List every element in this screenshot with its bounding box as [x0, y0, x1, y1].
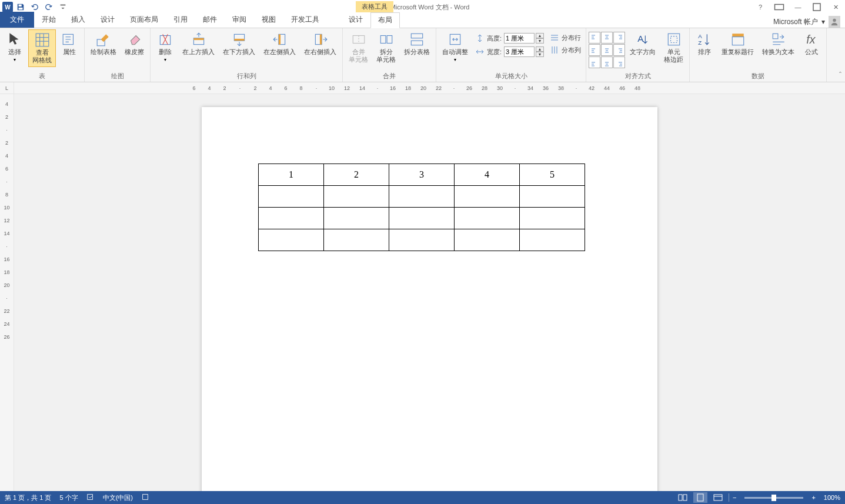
- tab-insert[interactable]: 插入: [64, 12, 93, 28]
- ruler-corner[interactable]: L: [0, 82, 14, 94]
- width-field[interactable]: [504, 46, 535, 57]
- document-canvas[interactable]: 1 2 3 4 5: [14, 94, 845, 491]
- collapse-ribbon-icon[interactable]: ˆ: [839, 71, 841, 79]
- maximize-icon[interactable]: [810, 1, 824, 13]
- zoom-percent[interactable]: 100%: [824, 494, 840, 501]
- table-cell[interactable]: [389, 186, 455, 208]
- table-cell[interactable]: [455, 208, 520, 229]
- tab-references[interactable]: 引用: [166, 12, 195, 28]
- insert-left-button[interactable]: 在左侧插入: [260, 29, 299, 58]
- align-bl-button[interactable]: [589, 56, 600, 68]
- delete-button[interactable]: 删除▾: [153, 29, 178, 65]
- table-row[interactable]: [259, 229, 585, 251]
- word-count[interactable]: 5 个字: [59, 493, 78, 502]
- align-bc-button[interactable]: [601, 56, 613, 68]
- tab-file[interactable]: 文件: [0, 12, 34, 28]
- table-cell[interactable]: 1: [259, 164, 324, 186]
- formula-button[interactable]: fx公式: [799, 29, 824, 58]
- table-cell[interactable]: [324, 208, 389, 229]
- print-layout-icon[interactable]: [693, 492, 707, 503]
- spin-down-icon[interactable]: ▼: [536, 38, 544, 44]
- table-cell[interactable]: [389, 229, 455, 251]
- repeat-header-button[interactable]: 重复标题行: [718, 29, 757, 58]
- close-icon[interactable]: ✕: [829, 1, 843, 13]
- read-mode-icon[interactable]: [676, 492, 690, 503]
- help-icon[interactable]: ?: [753, 1, 767, 13]
- split-table-button[interactable]: 拆分表格: [400, 29, 433, 58]
- tab-table-design[interactable]: 设计: [341, 12, 370, 28]
- height-input[interactable]: ▲▼: [504, 33, 544, 44]
- table-cell[interactable]: [259, 186, 324, 208]
- view-gridlines-button[interactable]: 查看 网格线: [28, 29, 56, 67]
- select-button[interactable]: 选择▾: [2, 29, 27, 65]
- zoom-slider[interactable]: [744, 497, 803, 499]
- height-field[interactable]: [504, 33, 535, 44]
- account-area[interactable]: Microsoft 帐户 ▾: [773, 16, 840, 28]
- align-tc-button[interactable]: [601, 32, 613, 44]
- table-row[interactable]: [259, 186, 585, 208]
- align-mc-button[interactable]: [601, 44, 613, 56]
- convert-text-button[interactable]: 转换为文本: [759, 29, 798, 58]
- align-br-button[interactable]: [613, 56, 625, 68]
- tab-page-layout[interactable]: 页面布局: [122, 12, 166, 28]
- align-tr-button[interactable]: [613, 32, 625, 44]
- table-cell[interactable]: [324, 186, 389, 208]
- tab-view[interactable]: 视图: [254, 12, 283, 28]
- autofit-button[interactable]: 自动调整▾: [439, 29, 472, 65]
- tab-table-layout[interactable]: 布局: [370, 12, 400, 28]
- text-direction-button[interactable]: A文字方向: [626, 29, 659, 58]
- zoom-out-button[interactable]: −: [733, 494, 736, 501]
- table-cell[interactable]: 3: [389, 164, 455, 186]
- minimize-icon[interactable]: —: [791, 1, 805, 13]
- width-input[interactable]: ▲▼: [504, 46, 544, 57]
- spin-down-icon[interactable]: ▼: [536, 52, 544, 57]
- table-cell[interactable]: [520, 186, 585, 208]
- sort-button[interactable]: AZ排序: [692, 29, 717, 58]
- table-cell[interactable]: [455, 186, 520, 208]
- tab-home[interactable]: 开始: [34, 12, 64, 28]
- table-cell[interactable]: [520, 208, 585, 229]
- language-indicator[interactable]: 中文(中国): [103, 493, 133, 502]
- insert-mode-icon[interactable]: [141, 493, 149, 502]
- table-cell[interactable]: 5: [520, 164, 585, 186]
- align-mr-button[interactable]: [613, 44, 625, 56]
- vertical-ruler[interactable]: 42·246·8101214·161820·222426: [0, 94, 14, 491]
- tab-review[interactable]: 审阅: [225, 12, 254, 28]
- align-ml-button[interactable]: [589, 44, 600, 56]
- distribute-rows-button[interactable]: 分布行: [547, 32, 583, 44]
- table-cell[interactable]: [324, 229, 389, 251]
- page[interactable]: 1 2 3 4 5: [202, 107, 657, 491]
- table-row[interactable]: [259, 208, 585, 229]
- table-cell[interactable]: [455, 229, 520, 251]
- table-cell[interactable]: 4: [455, 164, 520, 186]
- table-cell[interactable]: [389, 208, 455, 229]
- zoom-thumb[interactable]: [771, 495, 776, 501]
- spin-up-icon[interactable]: ▲: [536, 33, 544, 38]
- document-table[interactable]: 1 2 3 4 5: [258, 163, 585, 251]
- tab-mailings[interactable]: 邮件: [195, 12, 225, 28]
- zoom-in-button[interactable]: +: [811, 494, 815, 501]
- insert-above-button[interactable]: 在上方插入: [179, 29, 218, 58]
- ribbon-options-icon[interactable]: [772, 1, 786, 13]
- tab-developer[interactable]: 开发工具: [283, 12, 327, 28]
- web-layout-icon[interactable]: [711, 492, 725, 503]
- align-tl-button[interactable]: [589, 32, 600, 44]
- spellcheck-icon[interactable]: [86, 493, 95, 502]
- draw-table-button[interactable]: 绘制表格: [87, 29, 120, 58]
- table-cell[interactable]: [259, 208, 324, 229]
- cell-margins-button[interactable]: 单元 格边距: [660, 29, 687, 66]
- table-cell[interactable]: 2: [324, 164, 389, 186]
- insert-below-button[interactable]: 在下方插入: [219, 29, 259, 58]
- horizontal-ruler[interactable]: 642·2468·101214·16182022·262830·343638·4…: [188, 84, 643, 93]
- page-indicator[interactable]: 第 1 页，共 1 页: [5, 493, 51, 502]
- table-row[interactable]: 1 2 3 4 5: [259, 164, 585, 186]
- spin-up-icon[interactable]: ▲: [536, 46, 544, 52]
- properties-button[interactable]: 属性: [57, 29, 82, 58]
- table-cell[interactable]: [259, 229, 324, 251]
- insert-right-button[interactable]: 在右侧插入: [300, 29, 340, 58]
- tab-design[interactable]: 设计: [93, 12, 122, 28]
- distribute-cols-button[interactable]: 分布列: [547, 44, 583, 56]
- split-cells-button[interactable]: 拆分 单元格: [373, 29, 399, 66]
- table-cell[interactable]: [520, 229, 585, 251]
- eraser-button[interactable]: 橡皮擦: [121, 29, 148, 58]
